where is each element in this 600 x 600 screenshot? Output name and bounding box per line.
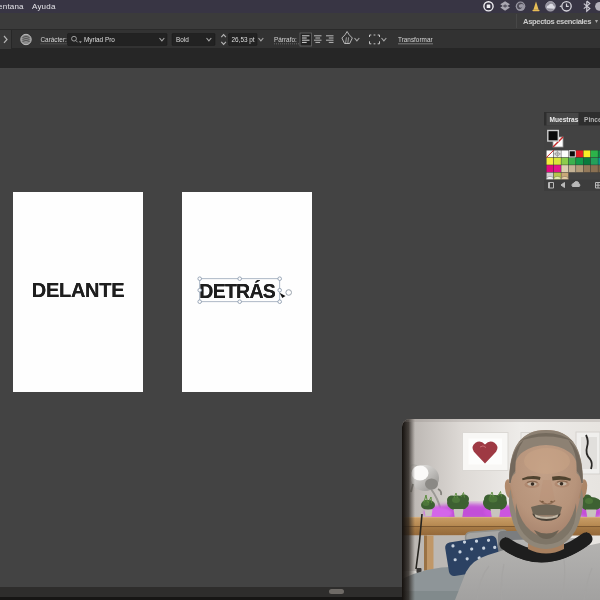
svg-text:Bold: Bold [176,36,189,43]
svg-text:DETRÁS: DETRÁS [199,280,275,302]
svg-text:26,53 pt: 26,53 pt [232,36,255,44]
svg-text:Pincel: Pincel [584,115,600,122]
svg-text:Párrafo:: Párrafo: [274,36,297,43]
svg-text:Carácter:: Carácter: [41,36,68,43]
svg-text:Myriad Pro: Myriad Pro [84,36,115,44]
svg-text:Muestras: Muestras [549,115,578,122]
svg-text:Transformar: Transformar [398,36,433,43]
